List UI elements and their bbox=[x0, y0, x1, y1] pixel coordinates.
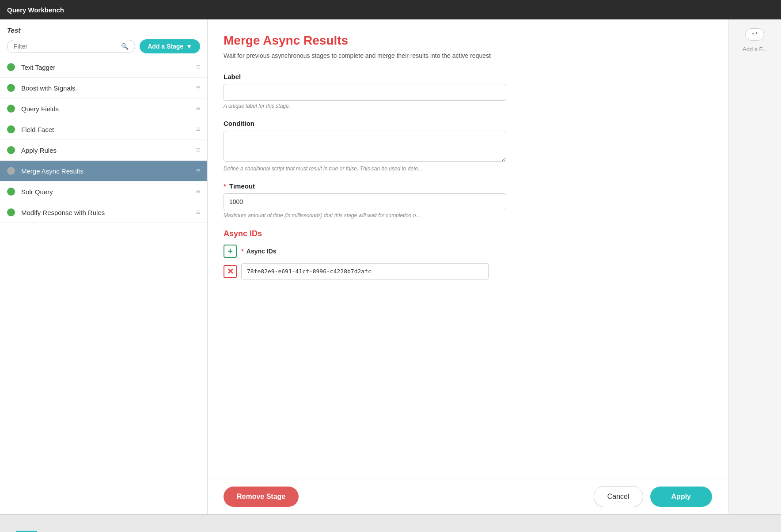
stage-label-boost-with-signals: Boost with Signals bbox=[21, 84, 190, 92]
sidebar-item-apply-rules[interactable]: Apply Rules≡ bbox=[0, 140, 207, 161]
stage-label-query-fields: Query Fields bbox=[21, 105, 190, 113]
async-ids-section: Async IDs + * Async IDs ✕ bbox=[224, 229, 712, 279]
bottom-bar bbox=[0, 514, 781, 532]
stage-dot-query-fields bbox=[7, 105, 15, 113]
label-group: Label A unique label for this stage. bbox=[224, 73, 712, 109]
condition-field-label: Condition bbox=[224, 120, 712, 127]
action-bar: Remove Stage Cancel Apply bbox=[208, 479, 728, 514]
sidebar-item-modify-response[interactable]: Modify Response with Rules≡ bbox=[0, 202, 207, 223]
remove-stage-button[interactable]: Remove Stage bbox=[224, 487, 299, 507]
condition-input[interactable] bbox=[224, 131, 506, 162]
timeout-input[interactable] bbox=[224, 193, 506, 210]
add-async-id-button[interactable]: + bbox=[224, 245, 237, 258]
panel-subtitle: Wait for previous asynchronous stages to… bbox=[224, 51, 712, 60]
cancel-button[interactable]: Cancel bbox=[594, 486, 643, 507]
apply-button[interactable]: Apply bbox=[650, 487, 712, 507]
condition-group: Condition Define a conditional script th… bbox=[224, 120, 712, 172]
format-results-button[interactable]: *.* bbox=[745, 28, 764, 41]
drag-handle-query-fields[interactable]: ≡ bbox=[196, 105, 200, 113]
async-id-input[interactable] bbox=[241, 263, 489, 279]
bottom-tab-2[interactable] bbox=[37, 524, 58, 532]
sidebar-item-solr-query[interactable]: Solr Query≡ bbox=[0, 181, 207, 202]
app-title: Query Workbench bbox=[7, 6, 64, 14]
drag-handle-apply-rules[interactable]: ≡ bbox=[196, 146, 200, 154]
label-field-label: Label bbox=[224, 73, 712, 80]
sidebar-item-boost-with-signals[interactable]: Boost with Signals≡ bbox=[0, 78, 207, 98]
drag-handle-merge-async-results[interactable]: ≡ bbox=[196, 167, 200, 175]
test-label: Test bbox=[7, 26, 200, 34]
stage-label-modify-response: Modify Response with Rules bbox=[21, 209, 190, 216]
sidebar-item-query-fields[interactable]: Query Fields≡ bbox=[0, 98, 207, 119]
timeout-group: * Timeout Maximum amount of time (in mil… bbox=[224, 182, 712, 219]
add-stage-button[interactable]: Add a Stage ▼ bbox=[140, 39, 200, 53]
label-hint: A unique label for this stage. bbox=[224, 103, 712, 109]
async-id-row: ✕ bbox=[224, 263, 712, 279]
sidebar: Test 🔍 Add a Stage ▼ Text Tagger≡Boost w… bbox=[0, 19, 208, 514]
stage-label-field-facet: Field Facet bbox=[21, 126, 190, 133]
async-ids-title: Async IDs bbox=[224, 229, 712, 238]
stage-dot-text-tagger bbox=[7, 63, 15, 71]
bottom-tab-1[interactable] bbox=[16, 524, 37, 532]
stage-label-apply-rules: Apply Rules bbox=[21, 147, 190, 154]
stage-dot-merge-async-results bbox=[7, 167, 15, 175]
drag-handle-field-facet[interactable]: ≡ bbox=[196, 125, 200, 133]
panel-content: Merge Async Results Wait for previous as… bbox=[208, 19, 728, 479]
drag-handle-solr-query[interactable]: ≡ bbox=[196, 188, 200, 196]
stage-dot-apply-rules bbox=[7, 146, 15, 154]
stage-label-text-tagger: Text Tagger bbox=[21, 64, 190, 71]
timeout-hint: Maximum amount of time (in milliseconds)… bbox=[224, 212, 712, 219]
stage-dot-field-facet bbox=[7, 125, 15, 133]
remove-async-id-button[interactable]: ✕ bbox=[224, 265, 237, 278]
stage-dot-modify-response bbox=[7, 208, 15, 216]
drag-handle-modify-response[interactable]: ≡ bbox=[196, 208, 200, 216]
filter-input[interactable] bbox=[14, 43, 121, 50]
sidebar-item-field-facet[interactable]: Field Facet≡ bbox=[0, 119, 207, 140]
condition-hint: Define a conditional script that must re… bbox=[224, 166, 712, 172]
search-icon: 🔍 bbox=[121, 43, 129, 50]
stage-dot-solr-query bbox=[7, 188, 15, 196]
stage-dot-boost-with-signals bbox=[7, 84, 15, 92]
filter-input-wrap[interactable]: 🔍 bbox=[7, 40, 135, 53]
chevron-down-icon: ▼ bbox=[186, 43, 192, 50]
add-panel-label: Add a F... bbox=[743, 46, 767, 53]
required-star: * bbox=[224, 182, 226, 190]
stage-list: Text Tagger≡Boost with Signals≡Query Fie… bbox=[0, 57, 207, 514]
async-ids-header-row: + * Async IDs bbox=[224, 245, 712, 258]
sidebar-item-merge-async-results[interactable]: Merge Async Results≡ bbox=[0, 161, 207, 181]
panel-title: Merge Async Results bbox=[224, 34, 712, 48]
drag-handle-text-tagger[interactable]: ≡ bbox=[196, 63, 200, 71]
label-input[interactable] bbox=[224, 84, 506, 101]
async-required-star: * bbox=[241, 248, 243, 255]
drag-handle-boost-with-signals[interactable]: ≡ bbox=[196, 84, 200, 92]
stage-label-merge-async-results: Merge Async Results bbox=[21, 167, 190, 175]
filter-row: 🔍 Add a Stage ▼ bbox=[7, 39, 200, 53]
sidebar-item-text-tagger[interactable]: Text Tagger≡ bbox=[0, 57, 207, 78]
title-bar: Query Workbench bbox=[0, 0, 781, 19]
sidebar-header: Test 🔍 Add a Stage ▼ bbox=[0, 19, 207, 57]
right-panel: *.* Add a F... bbox=[728, 19, 781, 514]
stage-label-solr-query: Solr Query bbox=[21, 188, 190, 196]
main-panel: Merge Async Results Wait for previous as… bbox=[208, 19, 728, 514]
timeout-field-label: * Timeout bbox=[224, 182, 712, 190]
async-ids-field-label: * Async IDs bbox=[241, 248, 277, 255]
